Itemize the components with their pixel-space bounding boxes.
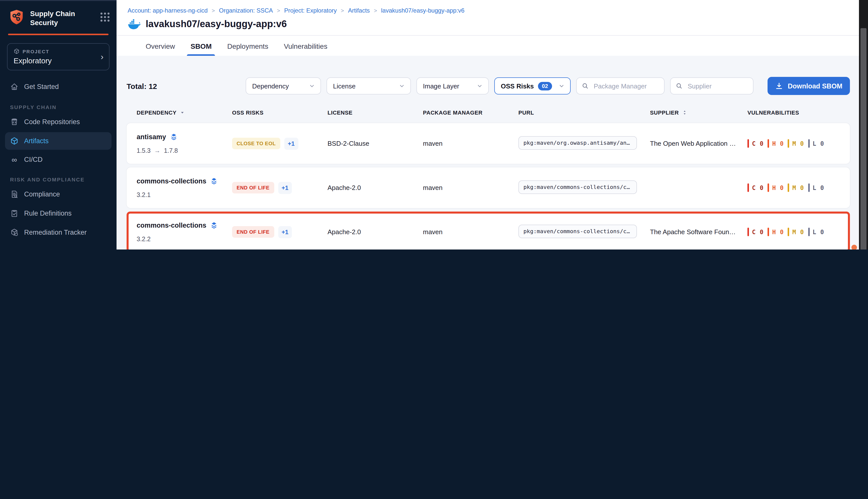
column-label: OSS RISKS bbox=[232, 110, 263, 115]
package-manager-input[interactable] bbox=[593, 82, 651, 90]
vuln-severity-bar bbox=[768, 228, 769, 236]
column-header-supplier[interactable]: SUPPLIER bbox=[650, 110, 747, 115]
vuln-severity-bar bbox=[747, 183, 749, 192]
vuln-count-text: C 0 bbox=[752, 140, 764, 147]
vuln-count-text: M 0 bbox=[792, 228, 804, 235]
filter-label: Dependency bbox=[252, 82, 289, 90]
dependency-name-text: commons-collections bbox=[137, 222, 207, 229]
chevron-down-icon bbox=[476, 82, 483, 89]
image-layer-filter[interactable]: Image Layer bbox=[417, 77, 489, 95]
sidebar-item-label: Get Started bbox=[24, 83, 107, 90]
sidebar-item-label: Compliance bbox=[24, 191, 107, 198]
vuln-l-count: L 0 bbox=[808, 139, 824, 148]
project-label: PROJECT bbox=[23, 48, 49, 54]
brand-divider bbox=[8, 34, 109, 35]
table-row[interactable]: commons-collections3.2.2END OF LIFE+1Apa… bbox=[127, 211, 850, 250]
app-switcher-grid-icon[interactable] bbox=[100, 13, 110, 22]
sidebar-item-label: Artifacts bbox=[24, 137, 107, 145]
tab-deployments[interactable]: Deployments bbox=[226, 36, 269, 56]
vuln-h-count: H 0 bbox=[768, 228, 784, 236]
dependency-name: antisamy bbox=[137, 133, 225, 141]
sbom-content: Total: 12 DependencyLicenseImage Layer O… bbox=[116, 56, 868, 250]
version-from: 3.2.2 bbox=[137, 235, 151, 242]
risk-badge: CLOSE TO EOL bbox=[232, 138, 280, 149]
docker-icon bbox=[127, 19, 141, 30]
column-header-oss-risks: OSS RISKS bbox=[232, 110, 327, 115]
sidebar-item-remediation-tracker[interactable]: Remediation Tracker bbox=[5, 223, 112, 241]
table-row[interactable]: antisamy1.5.3→1.7.8CLOSE TO EOL+1BSD-2-C… bbox=[127, 123, 850, 164]
purl-cell: pkg:maven/commons-collections/co… bbox=[518, 180, 650, 195]
shield-logo-icon bbox=[8, 9, 25, 28]
vuln-m-count: M 0 bbox=[788, 183, 804, 192]
sidebar-item-get-started[interactable]: Get Started bbox=[5, 78, 112, 96]
compliance-doc-icon bbox=[10, 190, 18, 198]
column-header-purl: PURL bbox=[518, 110, 650, 115]
remediation-box-icon bbox=[10, 228, 18, 237]
project-selector[interactable]: PROJECT Exploratory › bbox=[7, 43, 110, 70]
tab-sbom[interactable]: SBOM bbox=[190, 36, 213, 56]
download-sbom-button[interactable]: Download SBOM bbox=[768, 77, 850, 95]
project-name: Exploratory bbox=[14, 56, 103, 65]
vuln-severity-bar bbox=[768, 139, 769, 148]
risk-more-badge[interactable]: +1 bbox=[278, 182, 292, 194]
filters: DependencyLicenseImage Layer OSS Risks 0… bbox=[246, 77, 850, 95]
vuln-h-count: H 0 bbox=[768, 139, 784, 148]
sidebar-item-rule-definitions[interactable]: Rule Definitions bbox=[5, 205, 112, 222]
dependency-cell: commons-collections3.2.2 bbox=[137, 221, 232, 242]
vuln-severity-bar bbox=[808, 228, 809, 236]
breadcrumb-item-account-app-harness-ng-cicd[interactable]: Account: app-harness-ng-cicd bbox=[127, 7, 208, 14]
oss-risks-cell: END OF LIFE+1 bbox=[232, 182, 327, 194]
vuln-count-text: H 0 bbox=[772, 184, 784, 191]
tab-overview[interactable]: Overview bbox=[145, 36, 176, 56]
license-filter[interactable]: License bbox=[326, 77, 411, 95]
chevron-right-icon: › bbox=[101, 52, 103, 61]
dependency-name: commons-collections bbox=[137, 177, 225, 185]
purl-chip[interactable]: pkg:maven/commons-collections/co… bbox=[518, 180, 637, 194]
vuln-count-text: M 0 bbox=[792, 140, 804, 147]
app-title: Supply Chain Security bbox=[30, 9, 96, 27]
vuln-count-text: H 0 bbox=[772, 140, 784, 147]
purl-chip[interactable]: pkg:maven/commons-collections/co… bbox=[518, 224, 637, 238]
oss-risks-filter[interactable]: OSS Risks 02 bbox=[494, 77, 571, 95]
chevron-down-icon bbox=[558, 82, 565, 89]
sidebar-item-code-repositories[interactable]: Code Repositories bbox=[5, 113, 112, 131]
row-highlight-dot bbox=[852, 245, 857, 250]
dependency-name-text: antisamy bbox=[137, 133, 166, 141]
vuln-count-text: C 0 bbox=[752, 228, 764, 235]
breadcrumb-item-project-exploratory[interactable]: Project: Exploratory bbox=[284, 7, 337, 14]
dependency-name-text: commons-collections bbox=[137, 178, 207, 185]
sidebar-item-artifacts[interactable]: Artifacts bbox=[5, 132, 112, 150]
main-area: Account: app-harness-ng-cicd>Organizatio… bbox=[116, 0, 868, 250]
scrollbar-thumb[interactable] bbox=[860, 28, 867, 250]
breadcrumb-separator: > bbox=[212, 8, 215, 14]
scrollbar-track[interactable] bbox=[859, 0, 868, 250]
vuln-h-count: H 0 bbox=[768, 183, 784, 192]
breadcrumb-item-organization-ssca[interactable]: Organization: SSCA bbox=[219, 7, 273, 14]
breadcrumb-separator: > bbox=[374, 8, 377, 14]
risk-more-badge[interactable]: +1 bbox=[284, 137, 298, 149]
oss-risks-label: OSS Risks bbox=[501, 82, 534, 90]
dep-layers-icon bbox=[210, 177, 218, 185]
breadcrumb-item-lavakush07-easy-buggy-app-v6[interactable]: lavakush07/easy-buggy-app:v6 bbox=[381, 7, 464, 14]
vuln-severity-bar bbox=[747, 228, 749, 236]
tab-vulnerabilities[interactable]: Vulnerabilities bbox=[283, 36, 328, 56]
supplier-input[interactable] bbox=[687, 82, 745, 90]
supplier-cell: The Apache Software Foun… bbox=[650, 228, 747, 236]
filter-label: License bbox=[333, 82, 356, 90]
vulnerabilities-cell: C 0H 0M 0L 0 bbox=[747, 139, 850, 148]
breadcrumb-item-artifacts[interactable]: Artifacts bbox=[348, 7, 370, 14]
sidebar-item-compliance[interactable]: Compliance bbox=[5, 185, 112, 203]
risk-more-badge[interactable]: +1 bbox=[278, 226, 292, 238]
vuln-severity-bar bbox=[768, 183, 769, 192]
column-header-dependency[interactable]: DEPENDENCY bbox=[137, 110, 232, 115]
dependency-filter[interactable]: Dependency bbox=[246, 77, 321, 95]
table-row[interactable]: commons-collections3.2.1END OF LIFE+1Apa… bbox=[127, 167, 850, 208]
sidebar-item-ci-cd[interactable]: ∞CI/CD bbox=[5, 151, 112, 168]
purl-chip[interactable]: pkg:maven/org.owasp.antisamy/ant… bbox=[518, 136, 637, 149]
column-label: VULNERABILITIES bbox=[747, 110, 799, 115]
column-header-package-manager: PACKAGE MANAGER bbox=[423, 110, 518, 115]
supplier-cell: The Open Web Application … bbox=[650, 140, 747, 147]
sidebar-nav: Get StartedSUPPLY CHAINCode Repositories… bbox=[0, 72, 116, 250]
project-cube-icon bbox=[14, 48, 20, 54]
breadcrumb-separator: > bbox=[341, 8, 344, 14]
